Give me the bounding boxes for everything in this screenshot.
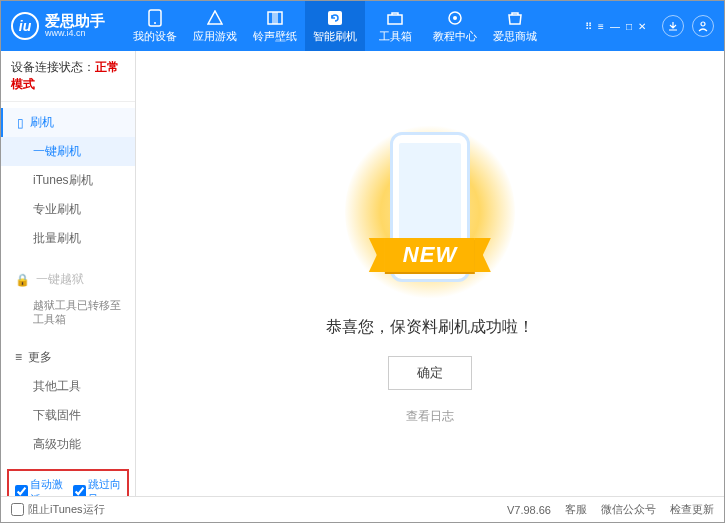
sidebar-item-advanced[interactable]: 高级功能 — [1, 430, 135, 459]
sidebar-item-other-tools[interactable]: 其他工具 — [1, 372, 135, 401]
sidebar-head-jailbreak: 🔒 一键越狱 — [1, 265, 135, 294]
wheel-icon — [446, 9, 464, 27]
sidebar-item-oneclick-flash[interactable]: 一键刷机 — [1, 137, 135, 166]
nav-ringtone[interactable]: 铃声壁纸 — [245, 1, 305, 51]
support-link[interactable]: 客服 — [565, 502, 587, 517]
check-update-link[interactable]: 检查更新 — [670, 502, 714, 517]
wechat-link[interactable]: 微信公众号 — [601, 502, 656, 517]
footer: 阻止iTunes运行 V7.98.66 客服 微信公众号 检查更新 — [1, 496, 724, 522]
version-label: V7.98.66 — [507, 504, 551, 516]
nav-tutorial[interactable]: 教程中心 — [425, 1, 485, 51]
nav-store[interactable]: 爱思商城 — [485, 1, 545, 51]
body: 设备连接状态：正常模式 ▯ 刷机 一键刷机 iTunes刷机 专业刷机 批量刷机… — [1, 51, 724, 496]
sidebar-item-itunes-flash[interactable]: iTunes刷机 — [1, 166, 135, 195]
app-title: 爱思助手 — [45, 13, 105, 30]
skip-guide-checkbox[interactable]: 跳过向导 — [73, 477, 121, 496]
wallpaper-icon — [266, 9, 284, 27]
lock-icon: 🔒 — [15, 273, 30, 287]
phone-icon — [146, 9, 164, 27]
list-icon: ≡ — [15, 350, 22, 364]
close-icon[interactable]: ✕ — [638, 21, 646, 32]
refresh-icon — [326, 9, 344, 27]
sidebar-item-batch-flash[interactable]: 批量刷机 — [1, 224, 135, 253]
maximize-icon[interactable]: □ — [626, 21, 632, 32]
nav-tools[interactable]: 工具箱 — [365, 1, 425, 51]
svg-point-7 — [453, 16, 457, 20]
download-button[interactable] — [662, 15, 684, 37]
sidebar-item-download-fw[interactable]: 下载固件 — [1, 401, 135, 430]
svg-point-8 — [701, 22, 705, 26]
sidebar-head-more[interactable]: ≡ 更多 — [1, 343, 135, 372]
user-button[interactable] — [692, 15, 714, 37]
menu-grid-icon[interactable]: ⠿ — [585, 21, 592, 32]
sidebar: 设备连接状态：正常模式 ▯ 刷机 一键刷机 iTunes刷机 专业刷机 批量刷机… — [1, 51, 136, 496]
auto-activate-checkbox[interactable]: 自动激活 — [15, 477, 63, 496]
minimize-icon[interactable]: — — [610, 21, 620, 32]
success-message: 恭喜您，保资料刷机成功啦！ — [326, 317, 534, 338]
store-icon — [506, 9, 524, 27]
logo-icon: iu — [11, 12, 39, 40]
phone-small-icon: ▯ — [17, 116, 24, 130]
sidebar-head-flash[interactable]: ▯ 刷机 — [1, 108, 135, 137]
options-checkboxes: 自动激活 跳过向导 — [7, 469, 129, 496]
toolbox-icon — [386, 9, 404, 27]
ok-button[interactable]: 确定 — [388, 356, 472, 390]
menu-equals-icon[interactable]: ≡ — [598, 21, 604, 32]
sidebar-item-pro-flash[interactable]: 专业刷机 — [1, 195, 135, 224]
nav-device[interactable]: 我的设备 — [125, 1, 185, 51]
block-itunes-checkbox[interactable]: 阻止iTunes运行 — [11, 502, 105, 517]
app-icon — [206, 9, 224, 27]
app-logo: iu 爱思助手 www.i4.cn — [11, 12, 105, 40]
main-nav: 我的设备 应用游戏 铃声壁纸 智能刷机 工具箱 教程中心 — [125, 1, 545, 51]
app-window: iu 爱思助手 www.i4.cn 我的设备 应用游戏 铃声壁纸 智能刷机 — [0, 0, 725, 523]
titlebar: iu 爱思助手 www.i4.cn 我的设备 应用游戏 铃声壁纸 智能刷机 — [1, 1, 724, 51]
new-ribbon: NEW — [385, 238, 475, 272]
nav-apps[interactable]: 应用游戏 — [185, 1, 245, 51]
svg-point-1 — [154, 22, 156, 24]
svg-rect-5 — [388, 15, 402, 24]
svg-rect-3 — [272, 12, 278, 24]
view-log-link[interactable]: 查看日志 — [406, 408, 454, 425]
connection-status: 设备连接状态：正常模式 — [1, 51, 135, 102]
success-illustration: NEW — [345, 122, 515, 302]
window-controls: ⠿ ≡ — □ ✕ — [585, 15, 714, 37]
main-content: NEW 恭喜您，保资料刷机成功啦！ 确定 查看日志 — [136, 51, 724, 496]
jailbreak-note: 越狱工具已转移至工具箱 — [1, 294, 135, 331]
nav-flash[interactable]: 智能刷机 — [305, 1, 365, 51]
app-url: www.i4.cn — [45, 29, 105, 39]
